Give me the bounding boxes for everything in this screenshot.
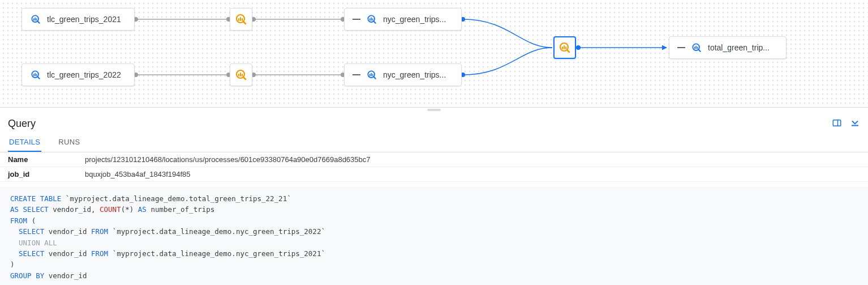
table-node-src2[interactable]: tlc_green_trips_2022 [22, 63, 135, 86]
process-node[interactable] [230, 63, 252, 86]
node-label: nyc_green_trips... [383, 70, 446, 79]
bigquery-icon [691, 42, 702, 53]
process-node-selected[interactable] [553, 36, 576, 59]
bigquery-icon [234, 12, 248, 26]
panel-title: Query [8, 118, 36, 130]
lineage-graph-canvas[interactable]: tlc_green_trips_2021 nyc_green_trips... … [0, 0, 868, 108]
bigquery-icon [30, 14, 41, 25]
node-label: tlc_green_trips_2021 [47, 15, 121, 24]
collapse-icon[interactable] [353, 74, 360, 75]
collapse-icon[interactable] [353, 19, 360, 20]
side-panel-icon[interactable] [832, 118, 842, 130]
bigquery-icon [366, 14, 377, 25]
svg-rect-13 [833, 120, 841, 126]
collapse-icon[interactable] [677, 47, 685, 48]
bigquery-icon [558, 41, 571, 54]
edge-port [576, 45, 581, 50]
tabs-bar: DETAILS RUNS [0, 133, 868, 152]
tab-runs[interactable]: RUNS [57, 133, 81, 152]
kv-value: projects/123101210468/locations/us/proce… [85, 155, 371, 164]
node-label: nyc_green_trips... [383, 15, 446, 24]
table-node-src1[interactable]: tlc_green_trips_2021 [22, 8, 135, 31]
table-node-mid2[interactable]: nyc_green_trips... [344, 63, 462, 86]
bigquery-icon [234, 68, 248, 82]
kv-row-name: Name projects/123101210468/locations/us/… [0, 152, 868, 167]
collapse-panel-icon[interactable] [850, 118, 860, 130]
node-label: tlc_green_trips_2022 [47, 70, 121, 79]
node-label: total_green_trip... [708, 43, 770, 52]
process-node[interactable] [230, 8, 252, 31]
bigquery-icon [30, 69, 41, 80]
table-node-mid1[interactable]: nyc_green_trips... [344, 8, 462, 31]
panel-resize-handle[interactable] [0, 108, 868, 112]
sql-code-block[interactable]: CREATE TABLE `myproject.data_lineage_dem… [0, 186, 868, 285]
kv-label: Name [8, 155, 85, 164]
kv-label: job_id [8, 170, 85, 178]
kv-row-jobid: job_id bquxjob_453ba4af_1843f194f85 [0, 167, 868, 182]
tab-details[interactable]: DETAILS [8, 133, 41, 152]
kv-value: bquxjob_453ba4af_1843f194f85 [85, 170, 191, 178]
table-node-output[interactable]: total_green_trip... [669, 36, 787, 59]
bigquery-icon [366, 69, 377, 80]
